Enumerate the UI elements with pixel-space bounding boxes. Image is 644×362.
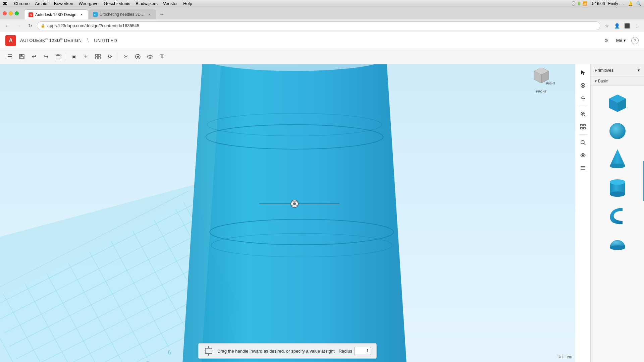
svg-point-53 — [293, 202, 296, 205]
bookmark-icon[interactable]: ☆ — [602, 21, 611, 30]
tab2-title: Crocheting needles 3D Mo... — [100, 12, 145, 17]
select-tool-btn[interactable] — [577, 67, 589, 78]
doc-name: UNTITLED — [94, 38, 117, 43]
orbit-tool-btn[interactable] — [577, 80, 589, 91]
mac-menubar: ⌘ Chrome Archief Bewerken Weergave Gesch… — [0, 0, 644, 7]
menu-venster[interactable]: Venster — [160, 0, 180, 7]
refresh-button[interactable]: ↻ — [25, 21, 35, 31]
right-toolbar — [575, 64, 590, 362]
toolbar-sep2 — [118, 53, 118, 61]
primitive-torus[interactable] — [604, 201, 631, 228]
menu-toolbar-btn[interactable]: ☰ — [4, 51, 15, 62]
svg-point-11 — [137, 56, 139, 58]
close-button[interactable] — [3, 11, 7, 15]
user-icon[interactable]: 👤 — [612, 21, 621, 30]
lock-icon: 🔒 — [41, 23, 45, 28]
boxmode-toolbar-btn[interactable]: ▣ — [68, 51, 79, 62]
primitive-sphere[interactable] — [604, 117, 631, 143]
layers-tool-btn[interactable] — [577, 162, 589, 174]
me-chevron: ▾ — [624, 38, 626, 43]
maximize-button[interactable] — [15, 11, 19, 15]
back-button[interactable]: ← — [3, 21, 12, 31]
pan-tool-btn[interactable] — [577, 93, 589, 104]
tooltip-bar: Drag the handle inward as desired, or sp… — [198, 343, 377, 359]
menu-icon[interactable]: ⋮ — [633, 21, 641, 30]
panel-header[interactable]: Primitives ▾ — [591, 64, 644, 76]
tab-crocheting[interactable]: C Crocheting needles 3D Mo... × — [89, 9, 156, 19]
menu-weergave[interactable]: Weergave — [76, 0, 101, 7]
tab1-close[interactable]: × — [79, 12, 84, 17]
svg-rect-2 — [20, 57, 23, 59]
menu-geschiedenis[interactable]: Geschiedenis — [101, 0, 133, 7]
view-cube[interactable]: FRONT RIGHT — [528, 68, 555, 97]
notification-icon[interactable]: 🔔 — [628, 1, 633, 6]
search-icon[interactable]: 🔍 — [636, 1, 641, 6]
text-toolbar-btn[interactable]: T — [156, 51, 168, 62]
primitive-cone[interactable] — [604, 145, 631, 172]
minimize-button[interactable] — [9, 11, 13, 15]
primitive-cylinder[interactable] — [604, 173, 631, 200]
undo-toolbar-btn[interactable]: ↩ — [28, 51, 40, 62]
eye-tool-btn[interactable] — [577, 149, 589, 161]
svg-rect-6 — [96, 54, 98, 56]
forward-button[interactable]: → — [14, 21, 23, 31]
zoom-tool-btn[interactable] — [577, 108, 589, 120]
svg-rect-60 — [205, 348, 212, 354]
material-toolbar-btn[interactable] — [132, 51, 144, 62]
zoomin-tool-btn[interactable] — [577, 137, 589, 148]
svg-point-85 — [609, 123, 626, 139]
svg-text:RIGHT: RIGHT — [546, 82, 555, 85]
combine-toolbar-btn[interactable] — [144, 51, 156, 62]
url-bar[interactable]: 🔒 apps.123dapp.com/design/?contentid=163… — [37, 21, 600, 30]
panel-section-basic[interactable]: ▾ Basic — [591, 76, 644, 86]
menu-bladwijzers[interactable]: Bladwijzers — [133, 0, 160, 7]
svg-rect-72 — [581, 124, 582, 126]
basic-label: Basic — [598, 79, 608, 83]
svg-line-69 — [584, 115, 585, 116]
radius-input[interactable] — [354, 347, 371, 355]
fit-tool-btn[interactable] — [577, 121, 589, 132]
primitive-box[interactable] — [604, 88, 631, 115]
svg-rect-3 — [56, 55, 60, 59]
svg-rect-8 — [96, 57, 98, 59]
rt-sep1 — [579, 106, 587, 106]
address-bar: ← → ↻ 🔒 apps.123dapp.com/design/?content… — [0, 19, 644, 32]
me-label: Me — [616, 38, 622, 43]
help-button[interactable]: ? — [631, 37, 639, 44]
delete-toolbar-btn[interactable] — [52, 51, 64, 62]
redo-toolbar-btn[interactable]: ↪ — [40, 51, 52, 62]
primitives-panel: Primitives ▾ ▾ Basic — [590, 64, 644, 362]
menu-chrome[interactable]: Chrome — [11, 0, 32, 7]
tab-autodesk[interactable]: A Autodesk 123D Design × — [24, 9, 88, 19]
tab2-close[interactable]: × — [148, 12, 152, 17]
new-tab-button[interactable]: + — [157, 10, 167, 19]
primitive-hemisphere[interactable] — [604, 229, 631, 256]
apple-menu[interactable]: ⌘ — [3, 1, 7, 6]
radius-field: Radius — [339, 347, 371, 355]
menu-bewerken[interactable]: Bewerken — [51, 0, 76, 7]
add-toolbar-btn[interactable]: + — [80, 51, 92, 62]
snap-toolbar-btn[interactable] — [92, 51, 104, 62]
panel-title: Primitives — [595, 68, 613, 73]
header-right: ⚙ Me ▾ ? — [602, 36, 639, 45]
svg-point-76 — [581, 140, 584, 144]
me-button[interactable]: Me ▾ — [613, 37, 629, 44]
refresh-toolbar-btn[interactable]: ⟳ — [104, 51, 116, 62]
viewport[interactable]: 0 1 2 3 4 5 6 7 — [0, 64, 575, 362]
clock: di 16:06 — [591, 1, 605, 6]
menu-archief[interactable]: Archief — [32, 0, 51, 7]
extensions-icon[interactable]: ⬛ — [623, 21, 631, 30]
transform-toolbar-btn[interactable]: ✂ — [120, 51, 131, 62]
svg-rect-74 — [581, 127, 582, 129]
app-toolbar: ☰ ↩ ↪ ▣ + ⟳ ✂ T — [0, 49, 644, 64]
svg-text:FRONT: FRONT — [536, 90, 547, 93]
svg-line-77 — [584, 143, 585, 145]
svg-rect-7 — [98, 54, 100, 56]
menu-help[interactable]: Help — [180, 0, 195, 7]
app-brand-name: AUTODESK® 123D® DESIGN — [20, 38, 82, 43]
basic-chevron: ▾ — [595, 79, 597, 83]
settings-icon[interactable]: ⚙ — [602, 36, 611, 45]
save-toolbar-btn[interactable] — [16, 51, 28, 62]
svg-rect-1 — [20, 54, 22, 56]
svg-point-90 — [610, 191, 625, 197]
